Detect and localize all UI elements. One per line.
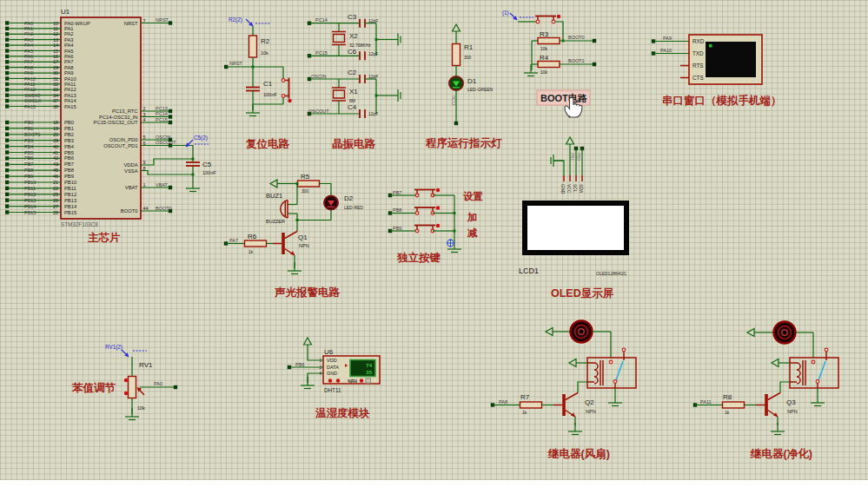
main-chip[interactable]: U1 STM32F103C8 主芯片 PA010PA0-WKUPPA111PA1… — [5, 8, 216, 244]
capacitor-c5[interactable] — [186, 162, 200, 166]
chip-pin-number: 34 — [53, 93, 58, 98]
resistor-r5[interactable] — [298, 181, 320, 187]
capacitor-c4[interactable] — [360, 109, 365, 118]
capacitor-c6[interactable] — [360, 51, 365, 60]
chip-pin-name: PA8 — [64, 65, 74, 70]
button-actuator-dot[interactable] — [436, 206, 440, 209]
chip-pin-number: 3 — [143, 112, 146, 117]
relay-purifier[interactable] — [790, 348, 838, 388]
resistor-r4[interactable] — [538, 62, 560, 68]
resistor-r7[interactable] — [520, 402, 542, 408]
led-d2[interactable] — [324, 196, 338, 210]
c5-probe-label: C5(2) — [194, 135, 208, 141]
resistor-r3[interactable] — [538, 38, 560, 44]
transistor-q3[interactable] — [756, 393, 780, 418]
chip-pin-number: 28 — [53, 210, 58, 215]
terminal — [5, 71, 9, 75]
relay-fan[interactable] — [587, 348, 636, 388]
boot-caption[interactable]: BOOT电路 — [540, 93, 587, 103]
net-pc13-vertical: PC13 — [451, 95, 455, 106]
boot-button[interactable] — [535, 16, 556, 23]
resistor-r6[interactable] — [245, 240, 267, 247]
c3-ref: C3 — [348, 13, 357, 21]
r8-value: 1k — [725, 410, 730, 415]
power-arrow-icon — [747, 329, 759, 337]
terminal — [5, 199, 9, 202]
transistor-q2[interactable] — [553, 393, 578, 418]
chip-pin-number: 44 — [143, 206, 149, 211]
chip-pin-number: 32 — [53, 82, 58, 87]
chip-pin-name: PB1 — [64, 126, 74, 131]
button-actuator-dot[interactable] — [436, 224, 440, 227]
power-arrow-icon — [567, 137, 574, 149]
r8-ref: R8 — [723, 393, 732, 401]
chip-pin-number: 16 — [53, 54, 58, 59]
d1-value: LED-GREEN — [467, 87, 494, 92]
terminal — [5, 127, 9, 130]
chip-pin-name: VBAT — [125, 185, 138, 190]
net-pa7: PA7 — [229, 238, 238, 243]
terminal — [5, 168, 9, 172]
button-actuator-dot[interactable] — [288, 99, 291, 102]
c6-value: 12pF — [368, 51, 378, 56]
key-button-minus[interactable] — [414, 226, 435, 233]
humidity-reading: 74 — [366, 363, 372, 368]
key-button-set[interactable] — [414, 190, 435, 197]
chip-pin-net: PA3 — [24, 37, 33, 43]
c4-value: 12pF — [368, 111, 378, 116]
fan-motor[interactable] — [571, 321, 593, 343]
resistor-r2[interactable] — [249, 36, 257, 57]
button-actuator-dot[interactable] — [436, 188, 440, 192]
pin-num-1: 1 — [319, 359, 321, 363]
x2-ref: X2 — [349, 32, 358, 40]
r2-value: 10k — [261, 50, 268, 56]
led-d1[interactable] — [449, 76, 463, 90]
dht-caption: 温湿度模块 — [315, 407, 370, 419]
serial-terminal[interactable]: PA9 PA10 RXD TXD RTS CTS 串口窗口（模拟手机端） — [652, 35, 782, 107]
chip-caption: 主芯片 — [88, 232, 121, 244]
d2-ref: D2 — [344, 194, 354, 202]
resistor-r1[interactable] — [453, 44, 461, 66]
reset-button[interactable] — [282, 78, 288, 99]
capacitor-c2[interactable] — [360, 75, 365, 83]
chip-pin-name: PA0-WKUP — [64, 21, 90, 26]
net-pb9: PB9 — [393, 226, 401, 231]
chip-pin-name: PA12 — [64, 87, 76, 92]
ground-icon — [186, 180, 200, 192]
chip-pin-number: 31 — [53, 76, 58, 82]
u6-ref: U6 — [324, 348, 334, 356]
nrst-net-label: NRST — [229, 61, 243, 66]
q1-value: NPN — [299, 243, 309, 248]
resistor-r8[interactable] — [723, 402, 745, 408]
ground-icon — [388, 89, 401, 102]
oled-screen[interactable] — [527, 206, 624, 250]
terminal-cursor — [709, 44, 712, 48]
capacitor-c1[interactable] — [246, 88, 260, 91]
chip-pin-number: 6 — [143, 141, 146, 146]
c6-ref: C6 — [348, 48, 357, 56]
power-arrow-icon — [453, 24, 461, 36]
button-actuator-dot[interactable] — [557, 15, 560, 18]
dht-button[interactable] — [366, 378, 370, 383]
crystal-x2[interactable] — [332, 32, 346, 45]
terminal — [5, 21, 9, 24]
chip-pin-net: PA11 — [24, 82, 36, 87]
purifier-motor[interactable] — [774, 322, 796, 344]
chip-pin-name: PA9 — [64, 70, 74, 76]
terminal-screen[interactable] — [706, 42, 756, 77]
terminal — [5, 82, 9, 86]
chip-pin-name: NRST — [124, 21, 138, 26]
alarm-circuit: R5 300 D2 LED-RED BUZ1 BUZZER PA7 R6 1k … — [224, 173, 364, 299]
key-button-plus[interactable] — [414, 207, 435, 214]
potentiometer-rv1[interactable] — [129, 377, 136, 398]
r1-ref: R1 — [464, 43, 474, 51]
chip-pin-number: 39 — [53, 138, 58, 143]
transistor-q1[interactable] — [273, 232, 297, 256]
terminal — [5, 94, 9, 97]
capacitor-c3[interactable] — [360, 19, 365, 28]
crystal-x1[interactable] — [332, 88, 346, 101]
terminal — [5, 181, 9, 184]
ground-icon — [568, 423, 582, 435]
net-pc15: PC15 — [315, 50, 328, 56]
chip-pin-net: PB1 — [24, 126, 33, 131]
